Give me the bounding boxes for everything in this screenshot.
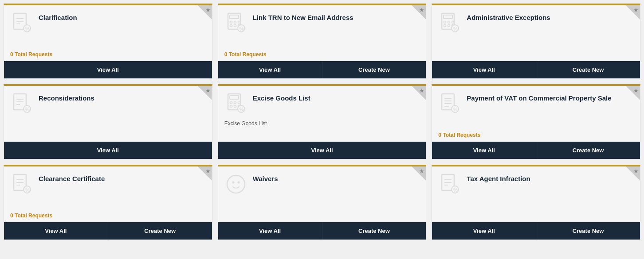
card-footer: View AllCreate New xyxy=(432,222,640,240)
card-waivers: ★ WaiversView AllCreate New xyxy=(218,165,427,240)
card-title: Excise Goods List xyxy=(253,94,310,103)
card-footer: View AllCreate New xyxy=(4,222,212,240)
card-body: % Administrative Exceptions xyxy=(432,5,640,61)
document-percent-icon: % xyxy=(10,12,33,35)
document-percent-icon: % xyxy=(10,92,33,115)
document-percent-icon: % xyxy=(438,173,461,196)
svg-text:%: % xyxy=(453,26,458,31)
star-icon: ★ xyxy=(633,168,639,174)
card-title: Administrative Exceptions xyxy=(467,13,550,22)
svg-point-21 xyxy=(444,25,446,27)
create-new-button[interactable]: Create New xyxy=(536,142,640,159)
svg-text:%: % xyxy=(25,187,30,193)
star-icon: ★ xyxy=(205,7,211,13)
card-footer: View All xyxy=(4,142,212,159)
svg-text:%: % xyxy=(240,26,244,31)
card-header: % Clearance Certificate xyxy=(10,173,206,196)
card-title: Clarification xyxy=(39,13,77,22)
card-reconsiderations: ★ % ReconsiderationsView All xyxy=(4,84,212,159)
card-header: % Reconsiderations xyxy=(10,92,206,115)
calculator-percent-icon: % xyxy=(224,92,247,115)
star-icon: ★ xyxy=(205,168,211,174)
view-all-button[interactable]: View All xyxy=(4,61,212,78)
card-body: Waivers xyxy=(218,166,426,222)
card-header: % Link TRN to New Email Address xyxy=(224,12,420,35)
card-header: % Excise Goods List xyxy=(224,92,420,115)
svg-point-34 xyxy=(230,102,232,104)
card-title: Link TRN to New Email Address xyxy=(253,13,353,22)
card-requests: 0 Total Requests xyxy=(10,49,206,58)
card-footer: View AllCreate New xyxy=(218,61,426,78)
card-tax-agent-infraction: ★ % Tax Agent InfractionView AllCreate N… xyxy=(432,165,640,240)
view-all-button[interactable]: View All xyxy=(4,142,212,159)
svg-point-37 xyxy=(230,105,232,108)
card-footer: View All xyxy=(218,142,426,159)
svg-point-35 xyxy=(234,102,236,104)
create-new-button[interactable]: Create New xyxy=(322,61,426,78)
card-body: % Clearance Certificate0 Total Requests xyxy=(4,166,212,222)
svg-point-12 xyxy=(234,25,236,27)
svg-point-19 xyxy=(448,21,450,23)
card-excise-goods: ★ % Excise Goods ListExcise Goods ListVi… xyxy=(218,84,427,159)
svg-point-55 xyxy=(227,175,245,193)
card-vat-commercial: ★ % Payment of VAT on Commercial Propert… xyxy=(432,84,640,159)
card-header: Waivers xyxy=(224,173,420,196)
svg-point-18 xyxy=(444,21,446,23)
svg-point-36 xyxy=(238,102,240,104)
smiley-icon xyxy=(224,173,247,196)
svg-rect-7 xyxy=(230,15,239,19)
svg-point-9 xyxy=(234,21,236,23)
card-title: Payment of VAT on Commercial Property Sa… xyxy=(467,94,611,103)
create-new-button[interactable]: Create New xyxy=(108,222,212,240)
card-body: % Clarification0 Total Requests xyxy=(4,5,212,61)
view-all-button[interactable]: View All xyxy=(4,222,108,240)
card-body: % Excise Goods ListExcise Goods List xyxy=(218,86,426,142)
star-icon: ★ xyxy=(419,7,424,13)
star-icon: ★ xyxy=(419,168,424,174)
svg-point-22 xyxy=(448,25,450,27)
card-footer: View AllCreate New xyxy=(218,222,426,240)
card-requests: 0 Total Requests xyxy=(224,49,420,58)
star-icon: ★ xyxy=(419,87,424,94)
card-body: % Tax Agent Infraction xyxy=(432,166,640,222)
card-footer: View AllCreate New xyxy=(432,61,640,78)
view-all-button[interactable]: View All xyxy=(432,222,536,240)
view-all-button[interactable]: View All xyxy=(218,61,322,78)
svg-text:%: % xyxy=(453,187,458,193)
card-footer: View AllCreate New xyxy=(432,142,640,159)
card-body: % Reconsiderations xyxy=(4,86,212,142)
card-header: % Administrative Exceptions xyxy=(438,12,634,35)
card-title: Tax Agent Infraction xyxy=(467,174,530,183)
svg-point-8 xyxy=(230,21,232,23)
card-header: % Payment of VAT on Commercial Property … xyxy=(438,92,634,115)
cards-grid: ★ % Clarification0 Total RequestsView Al… xyxy=(4,4,640,240)
svg-rect-17 xyxy=(444,15,452,19)
create-new-button[interactable]: Create New xyxy=(322,222,426,240)
calculator-percent-icon: % xyxy=(438,12,461,35)
create-new-button[interactable]: Create New xyxy=(536,61,640,78)
document-percent-icon: % xyxy=(10,173,33,196)
svg-point-20 xyxy=(452,21,454,23)
star-icon: ★ xyxy=(633,87,639,94)
svg-text:%: % xyxy=(25,26,30,31)
svg-point-56 xyxy=(232,182,234,184)
view-all-button[interactable]: View All xyxy=(432,61,536,78)
view-all-button[interactable]: View All xyxy=(218,142,426,159)
card-link-trn: ★ % Link TRN to New Email Address0 Total… xyxy=(218,4,427,79)
svg-rect-33 xyxy=(230,96,239,99)
view-all-button[interactable]: View All xyxy=(432,142,536,159)
card-footer: View All xyxy=(4,61,212,78)
card-admin-exceptions: ★ % Administrative ExceptionsView AllCre… xyxy=(432,4,640,79)
svg-point-11 xyxy=(230,25,232,27)
create-new-button[interactable]: Create New xyxy=(536,222,640,240)
svg-point-38 xyxy=(234,105,236,108)
card-clarification: ★ % Clarification0 Total RequestsView Al… xyxy=(4,4,212,79)
view-all-button[interactable]: View All xyxy=(218,222,322,240)
svg-text:%: % xyxy=(453,107,458,112)
card-subtitle: Excise Goods List xyxy=(224,120,420,127)
card-title: Waivers xyxy=(253,174,278,183)
svg-text:%: % xyxy=(240,107,244,112)
card-header: % Clarification xyxy=(10,12,206,35)
card-requests: 0 Total Requests xyxy=(10,210,206,219)
star-icon: ★ xyxy=(633,7,639,13)
